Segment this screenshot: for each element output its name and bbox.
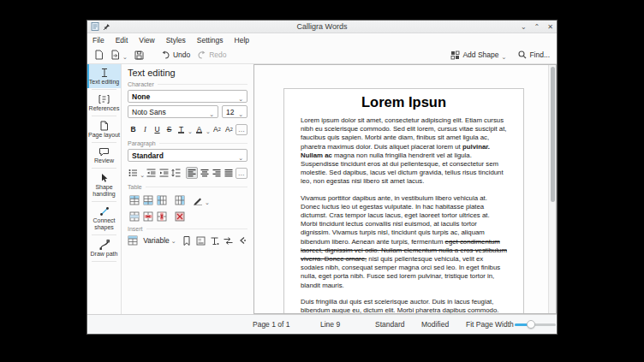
chevron-down-icon: [209, 104, 214, 120]
close-button[interactable]: ✕: [547, 21, 553, 33]
insert-column-left-button[interactable]: [155, 194, 168, 206]
sidebar-item-references[interactable]: References: [87, 91, 121, 115]
paragraph-style-select[interactable]: Standard: [128, 149, 247, 162]
insert-column-right-button[interactable]: [173, 194, 186, 206]
sidebar-divider: [92, 234, 116, 235]
sidebar-item-shape-handling[interactable]: Shape handling: [87, 169, 121, 200]
find-button[interactable]: Find...: [516, 50, 552, 60]
zoom-mode-label[interactable]: Fit Page Width: [466, 320, 514, 329]
delete-column-button[interactable]: [155, 211, 168, 223]
document-page[interactable]: Lorem Ipsun Lorem ipsum dolor sit amet, …: [283, 88, 524, 314]
text-color-button[interactable]: T: [176, 123, 187, 135]
open-document-button[interactable]: [109, 46, 129, 63]
sidebar-item-text-editing[interactable]: Text editing: [87, 64, 121, 88]
chevron-down-icon: [171, 236, 176, 245]
underline-button[interactable]: U: [152, 123, 163, 135]
menu-styles[interactable]: Styles: [166, 36, 186, 45]
footnote-icon[interactable]: [195, 234, 206, 246]
section-table-label: Table: [128, 184, 247, 190]
minimize-button[interactable]: ⌄: [521, 21, 527, 33]
insert-row-above-button[interactable]: [128, 194, 140, 206]
zoom-slider-thumb[interactable]: [527, 320, 535, 329]
document-canvas[interactable]: Lorem Ipsun Lorem ipsum dolor sit amet, …: [253, 64, 557, 314]
new-document-icon: [94, 50, 104, 60]
comment-icon: [98, 147, 110, 157]
sidebar-divider: [92, 201, 116, 202]
section-paragraph-label: Paragraph: [128, 140, 247, 146]
align-center-button[interactable]: [199, 167, 210, 179]
style-indicator[interactable]: Standard: [375, 320, 405, 329]
connector-icon: [99, 206, 110, 217]
sidebar-divider: [92, 261, 116, 262]
sidebar-item-review[interactable]: Review: [87, 144, 121, 167]
modified-indicator: Modified: [421, 320, 449, 329]
align-justify-button[interactable]: [223, 167, 234, 179]
vertical-scrollbar[interactable]: [548, 65, 556, 313]
strikethrough-button[interactable]: S: [164, 123, 175, 135]
border-pen-dropdown-icon[interactable]: [205, 193, 210, 208]
font-family-select[interactable]: Noto Sans: [128, 105, 218, 118]
paragraph-1: Lorem ipsum dolor sit amet, consectetur …: [301, 116, 507, 187]
increase-indent-button[interactable]: [158, 167, 169, 179]
border-pen-button[interactable]: [191, 194, 204, 206]
bookmark-icon[interactable]: [182, 234, 192, 246]
chevron-down-icon: [238, 89, 243, 104]
redo-button[interactable]: Redo: [195, 50, 228, 60]
scrollbar-thumb[interactable]: [551, 67, 555, 202]
document-heading: Lorem Ipsun: [301, 94, 507, 110]
undo-icon: [161, 50, 170, 59]
special-character-icon[interactable]: [237, 234, 247, 246]
search-icon: [518, 50, 527, 59]
text-editing-panel: Text editing Character None Noto Sans 12…: [122, 64, 253, 314]
sidebar-item-connect-shapes[interactable]: Connect shapes: [87, 203, 121, 234]
sidebar-divider: [92, 168, 116, 169]
insert-row-below-button[interactable]: [141, 194, 154, 206]
bold-button[interactable]: B: [128, 123, 139, 135]
menu-view[interactable]: View: [139, 36, 154, 45]
menu-settings[interactable]: Settings: [197, 36, 224, 45]
superscript-button[interactable]: A2: [212, 123, 223, 135]
list-style-button[interactable]: [128, 167, 139, 179]
split-cells-button[interactable]: [128, 211, 140, 223]
path-icon: [99, 240, 110, 250]
save-button[interactable]: [133, 50, 146, 61]
sidebar-item-draw-path[interactable]: Draw path: [87, 236, 121, 260]
text-frame-icon[interactable]: [209, 234, 219, 246]
new-document-button[interactable]: [92, 49, 105, 61]
character-style-select[interactable]: None: [128, 90, 247, 103]
panel-title: Text editing: [128, 68, 247, 78]
text-color-dropdown-icon[interactable]: [188, 122, 193, 137]
list-style-dropdown-icon[interactable]: [140, 165, 145, 181]
titlebar: Calligra Words ⌄ ⌃ ✕: [87, 21, 557, 33]
page-break-icon[interactable]: [224, 234, 234, 246]
zoom-slider[interactable]: [515, 323, 556, 326]
insert-table-button[interactable]: [128, 234, 138, 246]
add-shape-button[interactable]: Add Shape: [449, 46, 508, 63]
page-icon: [99, 121, 109, 131]
align-left-button[interactable]: [186, 167, 197, 179]
open-dropdown-icon[interactable]: [122, 47, 128, 62]
menu-edit[interactable]: Edit: [116, 36, 128, 45]
variable-select[interactable]: Variable: [141, 236, 177, 245]
window-title: Calligra Words: [87, 22, 557, 31]
menu-help[interactable]: Help: [235, 36, 249, 45]
line-spacing-button[interactable]: [170, 167, 182, 179]
menu-file[interactable]: File: [92, 36, 104, 45]
subscript-button[interactable]: A2: [224, 123, 235, 135]
italic-button[interactable]: I: [140, 123, 151, 135]
delete-table-button[interactable]: [173, 211, 186, 223]
undo-button[interactable]: Undo: [159, 50, 192, 60]
delete-row-button[interactable]: [141, 211, 154, 223]
docker-sidebar: Text editing References Page layout Revi…: [87, 64, 122, 314]
decrease-indent-button[interactable]: [146, 167, 157, 179]
paragraph-more-button[interactable]: …: [236, 168, 247, 179]
font-size-select[interactable]: 12: [222, 105, 247, 118]
character-more-button[interactable]: …: [236, 124, 247, 135]
align-right-button[interactable]: [211, 167, 222, 179]
sidebar-item-page-layout[interactable]: Page layout: [87, 117, 121, 141]
background-color-dropdown-icon[interactable]: [206, 122, 211, 137]
add-shape-dropdown-icon: [502, 47, 507, 62]
section-character-label: Character: [128, 81, 247, 87]
background-color-button[interactable]: A: [194, 123, 205, 135]
maximize-button[interactable]: ⌃: [534, 21, 540, 33]
